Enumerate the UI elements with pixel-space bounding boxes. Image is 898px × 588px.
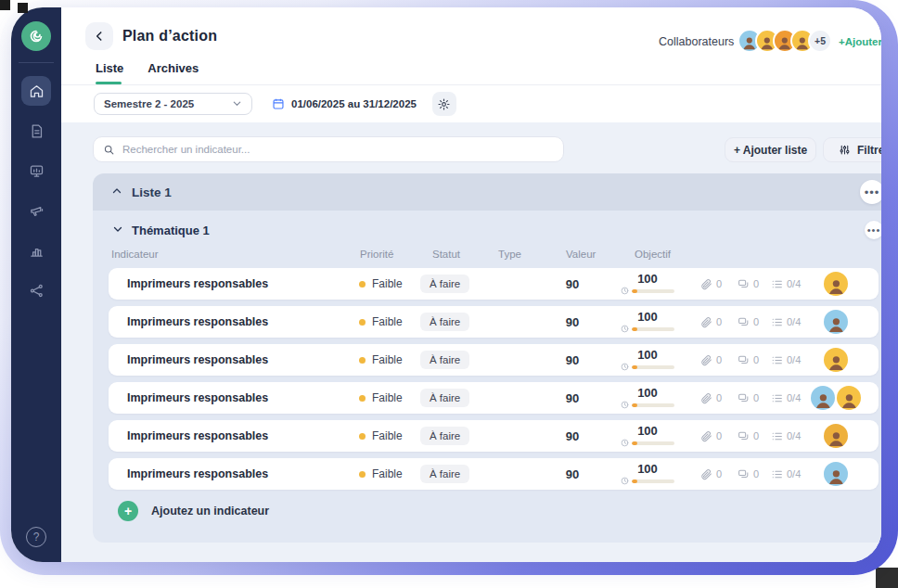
- avatar: [824, 348, 848, 372]
- list-menu-button[interactable]: •••: [860, 180, 881, 204]
- indicator-row[interactable]: Imprimeurs responsables Faible À faire 9…: [109, 420, 879, 452]
- objective-progress: [621, 439, 674, 447]
- attachments-count[interactable]: 0: [700, 382, 722, 414]
- priority-label: Faible: [372, 391, 403, 404]
- checklist-value: 0/4: [787, 430, 801, 441]
- theme-menu-button[interactable]: •••: [865, 221, 881, 239]
- add-indicator-button[interactable]: + Ajoutez un indicateur: [118, 501, 881, 521]
- checklist-count[interactable]: 0/4: [771, 382, 801, 414]
- chevron-left-icon: [93, 30, 106, 43]
- checklist-icon: [771, 354, 783, 366]
- progress-track: [632, 403, 674, 407]
- brand-spiral-icon[interactable]: [21, 21, 51, 51]
- period-select[interactable]: Semestre 2 - 2025: [94, 93, 252, 115]
- page-header: Plan d’action Collaborateurs +5 +Ajouter: [61, 7, 881, 61]
- priority-cell: Faible: [359, 382, 403, 414]
- status-badge: À faire: [420, 465, 469, 483]
- filter-button-label: Filtrer: [857, 144, 881, 157]
- tab-archives[interactable]: Archives: [148, 61, 199, 84]
- add-list-button[interactable]: + Ajouter liste: [725, 137, 816, 162]
- checklist-value: 0/4: [787, 278, 801, 289]
- sidebar-item-network[interactable]: [21, 275, 51, 305]
- objective-value: 100: [637, 425, 658, 437]
- chevron-up-icon[interactable]: [111, 184, 122, 200]
- column-statut: Statut: [432, 249, 460, 260]
- objective-progress: [621, 287, 674, 295]
- clock-icon: [621, 439, 629, 447]
- paperclip-icon: [700, 278, 712, 290]
- settings-button[interactable]: [432, 92, 456, 116]
- sidebar-item-home[interactable]: [21, 76, 51, 106]
- column-priorite: Priorité: [360, 249, 393, 260]
- comments-count[interactable]: 0: [738, 382, 759, 414]
- sidebar-item-announcements[interactable]: [21, 196, 51, 225]
- date-range-value: 01/06/2025 au 31/12/2025: [291, 98, 417, 109]
- avatar: [811, 386, 835, 410]
- priority-dot: [359, 319, 366, 326]
- sidebar-item-analytics[interactable]: [21, 236, 51, 265]
- comments-count[interactable]: 0: [738, 344, 759, 376]
- paperclip-icon: [700, 354, 712, 366]
- attachments-count[interactable]: 0: [700, 420, 722, 452]
- add-collaborator-button[interactable]: +Ajouter: [839, 36, 881, 47]
- search-bar: [93, 136, 564, 162]
- comments-value: 0: [753, 278, 759, 289]
- progress-fill: [632, 403, 637, 407]
- theme-header[interactable]: Thématique 1 •••: [93, 218, 881, 242]
- indicator-name: Imprimeurs responsables: [127, 420, 268, 452]
- back-button[interactable]: [85, 22, 113, 50]
- indicator-row[interactable]: Imprimeurs responsables Faible À faire 9…: [109, 458, 879, 490]
- attachments-count[interactable]: 0: [700, 458, 722, 490]
- collaborators-label: Collaborateurs: [659, 35, 734, 48]
- indicator-row[interactable]: Imprimeurs responsables Faible À faire 9…: [109, 344, 879, 376]
- indicator-row[interactable]: Imprimeurs responsables Faible À faire 9…: [109, 382, 879, 414]
- chevron-down-icon[interactable]: [112, 222, 123, 238]
- list-body: Thématique 1 ••• Indicateur Priorité Sta…: [93, 211, 881, 543]
- objective-cell: 100: [621, 382, 674, 414]
- indicator-name: Imprimeurs responsables: [127, 344, 268, 376]
- comments-count[interactable]: 0: [738, 420, 759, 452]
- indicator-name: Imprimeurs responsables: [127, 382, 268, 414]
- indicator-row[interactable]: Imprimeurs responsables Faible À faire 9…: [109, 306, 879, 338]
- filter-button[interactable]: Filtrer: [823, 137, 881, 162]
- clock-icon: [621, 287, 629, 295]
- comments-icon: [738, 392, 750, 404]
- clock-icon: [621, 363, 629, 371]
- attachments-count[interactable]: 0: [700, 344, 722, 376]
- objective-progress: [621, 477, 674, 485]
- date-range-control[interactable]: 01/06/2025 au 31/12/2025: [272, 97, 417, 110]
- comments-count[interactable]: 0: [738, 268, 759, 300]
- page: ? Plan d’action Collaborateurs +5 +Ajout…: [0, 0, 898, 588]
- attachments-count[interactable]: 0: [700, 268, 722, 300]
- comments-count[interactable]: 0: [738, 458, 759, 490]
- checklist-count[interactable]: 0/4: [771, 344, 801, 376]
- comments-count[interactable]: 0: [738, 306, 759, 338]
- indicator-name: Imprimeurs responsables: [127, 306, 268, 338]
- checklist-count[interactable]: 0/4: [771, 306, 801, 338]
- main-area: Plan d’action Collaborateurs +5 +Ajouter…: [61, 7, 881, 562]
- checklist-icon: [771, 468, 783, 480]
- checklist-count[interactable]: 0/4: [771, 420, 801, 452]
- comments-value: 0: [753, 354, 759, 365]
- attachments-value: 0: [716, 430, 722, 441]
- indicator-name: Imprimeurs responsables: [127, 268, 268, 300]
- tab-liste[interactable]: Liste: [96, 61, 123, 84]
- collaborators-overflow-badge[interactable]: +5: [808, 29, 832, 53]
- indicator-row[interactable]: Imprimeurs responsables Faible À faire 9…: [109, 268, 879, 300]
- sidebar-item-documents[interactable]: [21, 116, 51, 146]
- checklist-count[interactable]: 0/4: [771, 458, 801, 490]
- list-header[interactable]: Liste 1 •••: [93, 173, 881, 211]
- help-icon[interactable]: ?: [26, 527, 46, 547]
- checklist-icon: [771, 316, 783, 328]
- priority-dot: [359, 471, 366, 478]
- attachments-count[interactable]: 0: [700, 306, 722, 338]
- priority-label: Faible: [372, 353, 403, 366]
- checklist-count[interactable]: 0/4: [771, 268, 801, 300]
- priority-dot: [359, 281, 366, 288]
- progress-track: [632, 289, 674, 293]
- add-indicator-label: Ajoutez un indicateur: [151, 505, 269, 518]
- objective-value: 100: [637, 273, 658, 285]
- search-input[interactable]: [122, 144, 554, 155]
- avatar: [824, 310, 848, 334]
- sidebar-item-dashboard[interactable]: [21, 156, 51, 185]
